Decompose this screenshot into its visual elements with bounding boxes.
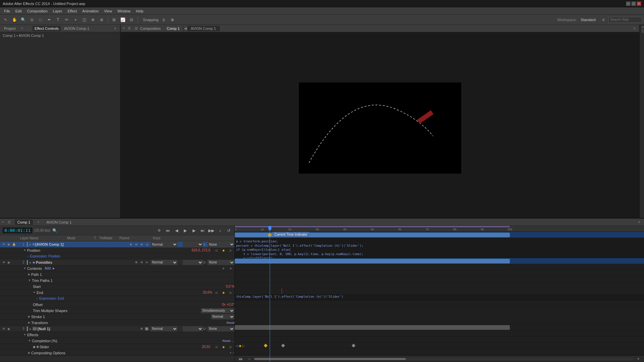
timeline-zoom-slider[interactable] [254, 358, 633, 360]
pos-next-keyframe[interactable]: ▷ [227, 247, 234, 254]
timeline-right-area[interactable]: 0s 1s 2s 3s 4s 5s 6s 7s 8s 9s 10s Curren… [235, 226, 644, 362]
layer-1-visible-icon[interactable]: 👁 [1, 242, 6, 247]
work-area-bar[interactable] [235, 226, 510, 227]
timeline-panel-menu[interactable]: ≡ [637, 220, 642, 225]
trimshapes-select[interactable]: Simultaneously [201, 308, 234, 313]
first-frame-btn[interactable]: ⏮ [164, 227, 171, 234]
zoom-tool[interactable]: 🔍 [19, 16, 27, 23]
end-add-key[interactable]: ◆ [220, 289, 227, 296]
layer-2-start-row[interactable]: Start 0,0 % [0, 284, 234, 290]
composition-viewport[interactable] [121, 32, 639, 224]
layer-2-transform-row[interactable]: Transform Reset [0, 320, 234, 326]
slider-key3[interactable] [352, 344, 355, 347]
menu-effect[interactable]: Effect [65, 8, 79, 14]
search-help-input[interactable] [608, 17, 642, 23]
tools-extra[interactable]: ⊟ [128, 16, 135, 23]
layer-2-parent-select[interactable]: None [208, 260, 234, 265]
layer-2-trimpaths-row[interactable]: Trim Paths 1 [0, 278, 234, 284]
menu-window[interactable]: Window [115, 8, 133, 14]
timeline-tab-avion[interactable]: AVION Comp 1 [44, 220, 74, 225]
layer-2-mode-select[interactable]: Normal [151, 260, 177, 265]
camera-orbit-tool[interactable]: ⊙ [28, 16, 36, 23]
menu-edit[interactable]: Edit [13, 8, 24, 14]
end-value[interactable]: 20,6% [203, 291, 212, 294]
layer-3-trkmatte[interactable] [183, 326, 203, 331]
layer-row-3[interactable]: 👁 ◉ 3 ▭ [Null 1] ⊞ fx Normal [0, 326, 234, 332]
layer-2-end-row[interactable]: End 20,6% ◁ ◆ ▷ [0, 290, 234, 296]
menu-view[interactable]: View [101, 8, 115, 14]
position-expand[interactable] [23, 249, 26, 252]
timeline-close-btn[interactable]: × [2, 220, 4, 224]
comp-tab-1[interactable]: Comp 1 [163, 26, 183, 31]
timeline-tab-comp1[interactable]: Comp 1 [15, 220, 33, 225]
preview-options-btn[interactable]: ⚙ [155, 227, 163, 234]
layer-2-switch1[interactable]: ⊞ [134, 260, 139, 265]
completion-expand[interactable] [28, 339, 31, 342]
layer-2-name[interactable]: Pointillés [36, 260, 84, 264]
layer-1-trkmatte[interactable] [183, 242, 203, 247]
prev-frame-btn[interactable]: ◀ [173, 227, 180, 234]
completion-reset-btn[interactable]: Reset [222, 339, 230, 343]
add-content-btn[interactable]: Add: ● [45, 266, 54, 270]
layer-2-offset-row[interactable]: Offset 0x +0,0° [0, 302, 234, 308]
snapping-options[interactable]: ⊕ [169, 16, 176, 23]
puppet-tool[interactable]: ⊛ [98, 16, 105, 23]
trimpaths-expand[interactable] [28, 279, 31, 282]
layer-3-compoptions-row[interactable]: Compositing Options + − [0, 350, 234, 356]
stroke-mode-select[interactable]: Normal [211, 314, 234, 319]
start-value[interactable]: 0,0 % [226, 285, 234, 288]
layer-3-effects-row[interactable]: Effects [0, 332, 234, 338]
effects-expand[interactable] [23, 333, 26, 336]
timeline-zoom-out[interactable]: − [246, 355, 253, 362]
slider-key2[interactable] [281, 344, 285, 347]
timeline-zoom-in[interactable]: + [635, 355, 642, 362]
minimize-button[interactable]: ─ [626, 1, 631, 6]
layer-2-path1-row[interactable]: Path 1 [0, 272, 234, 278]
layer-3-lock-icon[interactable] [11, 326, 16, 331]
completion-options[interactable]: ... [232, 339, 234, 343]
maximize-button[interactable]: □ [631, 1, 636, 6]
align-tool[interactable]: ⊞ [110, 16, 118, 23]
layer-row-1[interactable]: 👁 ◉ 🔒 1 ⧉ [AVION Comp 1] ⊞ ⊟ ⊕ [0, 241, 234, 247]
layer-3-expand-btn[interactable] [29, 327, 32, 331]
layer-2-visible-icon[interactable]: 👁 [1, 260, 6, 265]
loop-btn[interactable]: ↺ [225, 227, 232, 234]
contents-options[interactable]: ≡ [220, 265, 227, 272]
end-prev-key[interactable]: ◁ [212, 289, 220, 296]
menu-file[interactable]: File [1, 8, 13, 14]
layer-2-trkmatte[interactable] [183, 260, 203, 265]
contents-expand[interactable] [23, 267, 26, 270]
layer-3-visible-icon[interactable]: 👁 [1, 326, 6, 331]
effects-label[interactable]: Effects [27, 333, 38, 337]
contents-options2[interactable]: ≡ [227, 265, 234, 272]
current-time-display[interactable]: 0:00:01:11 [2, 227, 33, 234]
roto-brush[interactable]: ⊕ [89, 16, 97, 23]
pos-prev-keyframe[interactable]: ◁ [212, 247, 220, 254]
layer-2-trimshapes-row[interactable]: Trim Multiple Shapes Simultaneously [0, 308, 234, 314]
tl-layer-2-bar-row[interactable] [235, 258, 644, 264]
tl-layer-3-bar-row[interactable] [235, 324, 644, 330]
select-tool[interactable]: ↖ [2, 16, 9, 23]
slider-next-key[interactable]: ▷ [227, 343, 234, 351]
close-button[interactable]: ✕ [637, 1, 641, 6]
current-time-indicator[interactable]: Current Time Indicator [270, 226, 270, 362]
transform-expand[interactable] [28, 321, 30, 324]
timeline-search-btn[interactable]: 🔍 [52, 228, 58, 234]
eraser-tool[interactable]: ◫ [80, 16, 88, 23]
close-comp-btn[interactable]: × [123, 26, 125, 30]
offset-value[interactable]: 0x +0,0° [222, 303, 234, 306]
slider-key1[interactable] [264, 344, 267, 347]
workspace-options[interactable]: ≡ [600, 16, 607, 23]
project-panel-menu[interactable]: × [19, 26, 25, 31]
timeline-goto-start[interactable]: ⏮ [237, 355, 244, 362]
paint-tool[interactable]: ✏ [63, 16, 70, 23]
layer-2-expand-btn[interactable] [29, 260, 32, 264]
layer-1-mode-select[interactable]: Normal [151, 242, 177, 247]
next-frame-btn[interactable]: ▶ [190, 227, 198, 234]
tl-next-key-icon[interactable]: ▷ [242, 344, 245, 348]
effect-controls-menu[interactable]: ≡ [113, 26, 118, 31]
layer-1-switch1[interactable]: ⊞ [128, 242, 133, 247]
hand-tool[interactable]: ✋ [11, 16, 18, 23]
timeline-tab-close[interactable]: × [36, 220, 41, 225]
compoptions-add[interactable]: + − [230, 351, 234, 355]
